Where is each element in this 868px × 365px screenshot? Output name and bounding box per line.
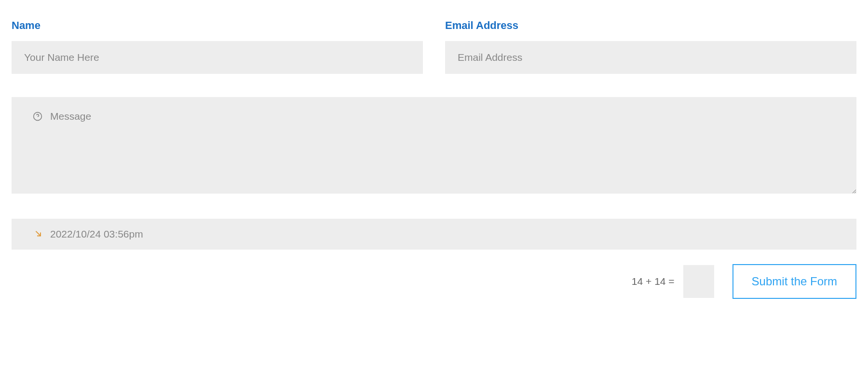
name-field-group: Name <box>12 19 423 74</box>
contact-form: Name Email Address 14 + 14 = <box>12 19 856 299</box>
name-input[interactable] <box>12 41 423 74</box>
datetime-input[interactable] <box>12 219 856 250</box>
submit-row: 14 + 14 = Submit the Form <box>12 264 856 299</box>
email-label: Email Address <box>445 19 856 32</box>
email-field-group: Email Address <box>445 19 856 74</box>
submit-button[interactable]: Submit the Form <box>732 264 856 299</box>
captcha-question: 14 + 14 = <box>632 276 675 287</box>
message-textarea[interactable] <box>12 97 856 194</box>
top-field-row: Name Email Address <box>12 19 856 74</box>
captcha-input[interactable] <box>683 265 714 298</box>
message-field-group <box>12 97 856 196</box>
email-input[interactable] <box>445 41 856 74</box>
datetime-field-group <box>12 219 856 250</box>
name-label: Name <box>12 19 423 32</box>
